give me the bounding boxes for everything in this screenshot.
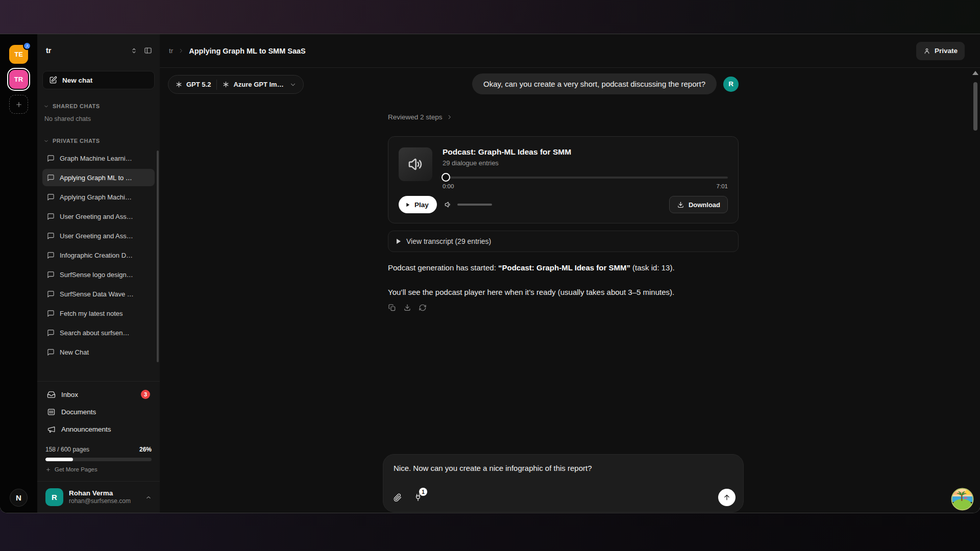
sidebar-item-inbox[interactable]: Inbox 3 [42,386,155,403]
sidebar-scrollbar-thumb[interactable] [157,151,159,362]
chevron-down-icon [43,104,49,109]
main-scrollbar-thumb[interactable] [973,82,977,131]
podcast-player-card: Podcast: Graph-ML Ideas for SMM 29 dialo… [388,136,739,223]
copy-icon[interactable] [388,304,396,312]
breadcrumb-workspace[interactable]: tr [169,47,173,55]
volume-slider[interactable] [457,204,492,206]
get-more-pages-label: Get More Pages [55,466,97,472]
privacy-label: Private [935,47,958,55]
composer-input[interactable]: Nice. Now can you create a nice infograp… [394,464,733,472]
app-logo[interactable]: N [10,489,28,507]
inbox-icon [47,390,56,399]
main-scrollbar[interactable] [972,70,978,509]
new-chat-button[interactable]: New chat [42,71,155,89]
sidebar-header: tr [37,34,160,67]
chevron-down-icon [289,81,297,88]
chat-bubble-icon [47,155,55,162]
reviewed-steps-toggle[interactable]: Reviewed 2 steps [388,113,453,121]
message-actions [388,304,427,312]
collapse-sidebar-icon[interactable] [144,46,152,55]
megaphone-icon [47,425,56,434]
chevron-right-icon [446,114,453,120]
get-more-pages-button[interactable]: Get More Pages [45,466,152,472]
chat-content: GPT 5.2 Azure GPT Im… Okay, can you crea… [160,68,980,513]
volume-icon [444,201,452,209]
assistant-message-1: Podcast generation has started: “Podcast… [388,263,675,273]
new-chat-label: New chat [62,77,92,84]
attach-file-button[interactable] [393,493,402,502]
app-logo-letter: N [16,493,21,502]
chat-list-item[interactable]: SurfSense logo design… [42,266,155,283]
private-chats-label: PRIVATE CHATS [53,138,100,144]
sidebar-item-announcements[interactable]: Announcements [42,420,155,438]
message-composer[interactable]: Nice. Now can you create a nice infograp… [383,454,744,512]
podcast-title: Podcast: Graph-ML Ideas for SMM [443,147,728,157]
island-widget[interactable] [951,488,974,511]
pages-usage-percent: 26% [139,446,152,453]
download-button[interactable]: Download [669,196,728,213]
announcements-label: Announcements [61,425,111,433]
chat-bubble-icon [47,290,55,298]
user-menu-button[interactable]: R Rohan Verma rohan@surfsense.com [37,481,160,513]
chat-bubble-icon [47,213,55,220]
privacy-toggle-button[interactable]: Private [916,42,965,60]
sidebar: tr New chat SHARED CHATS No shared chats… [37,34,160,513]
download-icon[interactable] [403,304,411,312]
scroll-up-arrow[interactable] [972,71,978,75]
regenerate-icon[interactable] [419,304,427,312]
chat-list-item[interactable]: Graph Machine Learni… [42,149,155,167]
palm-island-icon [951,488,974,511]
chat-bubble-icon [47,252,55,259]
transcript-label: View transcript (29 entries) [406,237,491,245]
user-name: Rohan Verma [69,489,131,498]
main-panel: tr Applying Graph ML to SMM SaaS Private… [160,34,980,513]
workspace-tr-label: TR [14,76,23,83]
chat-list-item[interactable]: Search about surfsen… [42,324,155,341]
chat-list-item[interactable]: User Greeting and Ass… [42,227,155,244]
model-chip-secondary[interactable]: Azure GPT Im… [223,81,283,88]
workspace-tr-button[interactable]: TR [9,70,28,89]
workspace-switcher-icon[interactable] [130,47,138,55]
send-button[interactable] [718,489,736,506]
disclosure-triangle-icon [397,239,401,244]
inbox-label: Inbox [61,391,78,398]
chat-bubble-icon [47,232,55,240]
seek-slider[interactable] [443,173,728,182]
documents-icon [47,408,56,416]
inbox-badge: 3 [141,390,150,399]
user-message-avatar: R [723,77,739,92]
pages-progress-bar[interactable] [45,458,152,461]
add-workspace-button[interactable] [9,95,28,114]
workspace-te-button[interactable]: TE [9,45,28,64]
private-chats-section-header[interactable]: PRIVATE CHATS [43,135,155,146]
model-selector[interactable]: GPT 5.2 Azure GPT Im… [168,75,304,94]
play-button[interactable]: Play [399,196,437,213]
podcast-subtitle: 29 dialogue entries [443,159,728,167]
seek-knob[interactable] [442,173,450,182]
edit-icon [49,76,57,84]
chat-list-item[interactable]: Infographic Creation D… [42,246,155,264]
user-message-bubble: Okay, can you create a very short, podca… [472,73,717,94]
chat-bubble-icon [47,348,55,356]
shared-chats-section-header[interactable]: SHARED CHATS [43,101,155,112]
chat-list-item[interactable]: User Greeting and Ass… [42,208,155,225]
person-icon [923,47,930,55]
chat-list-item-active[interactable]: Applying Graph ML to … [42,169,155,186]
connectors-button[interactable]: 1 [413,493,423,502]
model-chip-primary[interactable]: GPT 5.2 [176,81,211,88]
shared-chats-label: SHARED CHATS [53,103,100,109]
seek-track [443,177,728,179]
chat-list-item[interactable]: Fetch my latest notes [42,305,155,322]
sidebar-workspace-name: tr [46,46,51,55]
sidebar-item-documents[interactable]: Documents [42,403,155,420]
chat-bubble-icon [47,271,55,279]
chat-list-item[interactable]: SurfSense Data Wave … [42,285,155,303]
chat-list-item[interactable]: Applying Graph Machi… [42,188,155,206]
pages-usage-label: 158 / 600 pages [45,446,89,453]
transcript-toggle[interactable]: View transcript (29 entries) [388,231,739,252]
chevron-down-icon [43,138,49,144]
sidebar-footer: Inbox 3 Documents Announcements 158 / 60… [37,381,160,513]
chat-list: Graph Machine Learni… Applying Graph ML … [42,149,155,363]
chat-list-item[interactable]: New Chat [42,343,155,361]
usage-block: 158 / 600 pages 26% Get More Pages [45,446,152,472]
